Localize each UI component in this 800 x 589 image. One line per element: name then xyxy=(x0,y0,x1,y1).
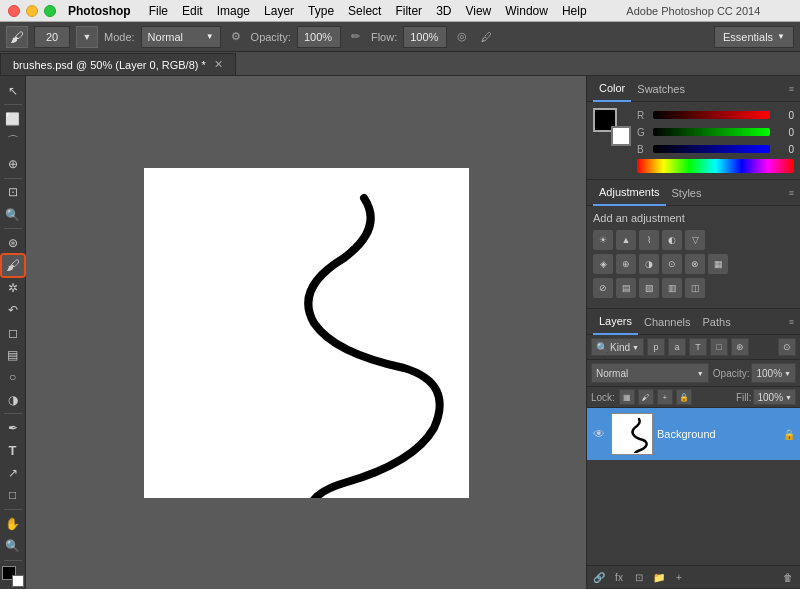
menu-help[interactable]: Help xyxy=(556,0,593,22)
channel-mixer-icon[interactable]: ⊗ xyxy=(685,254,705,274)
move-tool[interactable]: ↖ xyxy=(2,80,24,101)
menu-view[interactable]: View xyxy=(459,0,497,22)
smart-object-icon[interactable]: ⊛ xyxy=(731,338,749,356)
posterize-icon[interactable]: ▤ xyxy=(616,278,636,298)
color-panel-menu[interactable]: ≡ xyxy=(789,84,794,94)
vibrance-icon[interactable]: ▽ xyxy=(685,230,705,250)
menu-file[interactable]: File xyxy=(143,0,174,22)
hand-tool[interactable]: ✋ xyxy=(2,513,24,534)
menu-3d[interactable]: 3D xyxy=(430,0,457,22)
color-lookup-icon[interactable]: ▦ xyxy=(708,254,728,274)
adjustments-panel-menu[interactable]: ≡ xyxy=(789,188,794,198)
text-tool[interactable]: T xyxy=(2,440,24,461)
menu-type[interactable]: Type xyxy=(302,0,340,22)
add-style-icon[interactable]: fx xyxy=(611,569,627,585)
filter-toggle[interactable]: ⊙ xyxy=(778,338,796,356)
flow-value[interactable]: 100% xyxy=(403,26,447,48)
zoom-tool[interactable]: 🔍 xyxy=(2,535,24,556)
gradient-tool[interactable]: ▤ xyxy=(2,344,24,365)
canvas-area[interactable] xyxy=(26,76,586,589)
opacity-value[interactable]: 100% ▼ xyxy=(751,363,796,383)
rectangular-marquee-tool[interactable]: ⬜ xyxy=(2,108,24,129)
fill-value[interactable]: 100% ▼ xyxy=(753,389,796,405)
maximize-button[interactable] xyxy=(44,5,56,17)
photo-filter-icon[interactable]: ⊙ xyxy=(662,254,682,274)
fg-bg-color[interactable] xyxy=(2,566,24,587)
brush-tool[interactable]: 🖌 xyxy=(2,255,24,276)
shape-tool[interactable]: □ xyxy=(2,485,24,506)
red-slider[interactable] xyxy=(653,111,770,119)
color-balance-icon[interactable]: ⊕ xyxy=(616,254,636,274)
styles-tab[interactable]: Styles xyxy=(666,180,708,206)
shape-layer-icon[interactable]: □ xyxy=(710,338,728,356)
lock-brush-icon[interactable]: 🖌 xyxy=(638,389,654,405)
crop-tool[interactable]: ⊡ xyxy=(2,182,24,203)
curves-icon[interactable]: ⌇ xyxy=(639,230,659,250)
blue-slider[interactable] xyxy=(653,145,770,153)
healing-brush-tool[interactable]: ⊛ xyxy=(2,232,24,253)
dodge-tool[interactable]: ◑ xyxy=(2,389,24,410)
selective-color-icon[interactable]: ◫ xyxy=(685,278,705,298)
document-tab[interactable]: brushes.psd @ 50% (Layer 0, RGB/8) * ✕ xyxy=(0,53,236,75)
gradient-map-icon[interactable]: ▥ xyxy=(662,278,682,298)
background-color[interactable] xyxy=(12,575,24,587)
delete-layer-icon[interactable]: 🗑 xyxy=(780,569,796,585)
layers-panel-menu[interactable]: ≡ xyxy=(789,317,794,327)
adjustment-layer-icon[interactable]: a xyxy=(668,338,686,356)
clone-stamp-tool[interactable]: ✲ xyxy=(2,277,24,298)
adjustments-tab[interactable]: Adjustments xyxy=(593,180,666,206)
exposure-icon[interactable]: ◐ xyxy=(662,230,682,250)
close-tab-icon[interactable]: ✕ xyxy=(214,58,223,71)
green-slider[interactable] xyxy=(653,128,770,136)
brightness-contrast-icon[interactable]: ☀ xyxy=(593,230,613,250)
menu-image[interactable]: Image xyxy=(211,0,256,22)
black-white-icon[interactable]: ◑ xyxy=(639,254,659,274)
brush-preset-icon[interactable]: ▼ xyxy=(76,26,98,48)
new-layer-icon[interactable]: + xyxy=(671,569,687,585)
history-brush-tool[interactable]: ↶ xyxy=(2,299,24,320)
quick-select-tool[interactable]: ⊕ xyxy=(2,153,24,174)
levels-icon[interactable]: ▲ xyxy=(616,230,636,250)
lasso-tool[interactable]: ⌒ xyxy=(2,131,24,152)
pixel-layer-icon[interactable]: p xyxy=(647,338,665,356)
tablet-icon[interactable]: 🖊 xyxy=(477,28,495,46)
pen-tool[interactable]: ✒ xyxy=(2,417,24,438)
menu-layer[interactable]: Layer xyxy=(258,0,300,22)
layer-visibility-toggle[interactable]: 👁 xyxy=(591,427,607,441)
layer-background-row[interactable]: 👁 Background 🔒 xyxy=(587,408,800,460)
menu-window[interactable]: Window xyxy=(499,0,554,22)
eraser-tool[interactable]: ◻ xyxy=(2,322,24,343)
menu-filter[interactable]: Filter xyxy=(389,0,428,22)
invert-icon[interactable]: ⊘ xyxy=(593,278,613,298)
paths-tab[interactable]: Paths xyxy=(697,309,737,335)
lock-pixels-icon[interactable]: ▦ xyxy=(619,389,635,405)
layers-kind-select[interactable]: 🔍 Kind ▼ xyxy=(591,338,644,356)
menu-edit[interactable]: Edit xyxy=(176,0,209,22)
canvas[interactable] xyxy=(144,168,469,498)
airbrush-icon[interactable]: ◎ xyxy=(453,28,471,46)
layers-tab[interactable]: Layers xyxy=(593,309,638,335)
blur-tool[interactable]: ○ xyxy=(2,367,24,388)
link-layers-icon[interactable]: 🔗 xyxy=(591,569,607,585)
color-spectrum[interactable] xyxy=(637,159,794,173)
channels-tab[interactable]: Channels xyxy=(638,309,696,335)
minimize-button[interactable] xyxy=(26,5,38,17)
lock-all-icon[interactable]: 🔒 xyxy=(676,389,692,405)
add-mask-icon[interactable]: ⊡ xyxy=(631,569,647,585)
lock-position-icon[interactable]: + xyxy=(657,389,673,405)
background-swatch[interactable] xyxy=(611,126,631,146)
threshold-icon[interactable]: ▧ xyxy=(639,278,659,298)
menu-select[interactable]: Select xyxy=(342,0,387,22)
color-tab[interactable]: Color xyxy=(593,76,631,102)
hue-saturation-icon[interactable]: ◈ xyxy=(593,254,613,274)
mode-dropdown[interactable]: Normal ▼ xyxy=(141,26,221,48)
color-picker[interactable] xyxy=(593,108,631,146)
opacity-value[interactable]: 100% xyxy=(297,26,341,48)
swatches-tab[interactable]: Swatches xyxy=(631,76,691,102)
eyedropper-tool[interactable]: 🔍 xyxy=(2,204,24,225)
new-group-icon[interactable]: 📁 xyxy=(651,569,667,585)
close-button[interactable] xyxy=(8,5,20,17)
path-select-tool[interactable]: ↗ xyxy=(2,462,24,483)
brush-size-value[interactable]: 20 xyxy=(34,26,70,48)
essentials-button[interactable]: Essentials ▼ xyxy=(714,26,794,48)
